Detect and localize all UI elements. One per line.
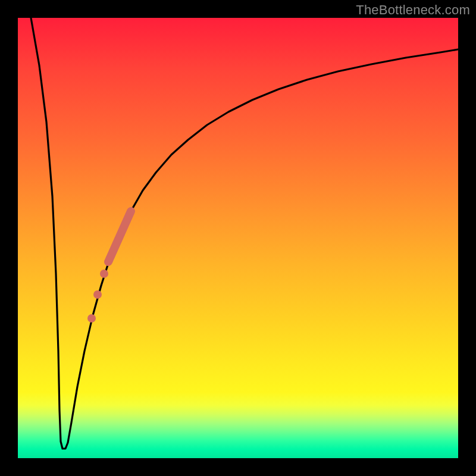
bottleneck-curve: [31, 18, 458, 449]
marker-dot: [100, 270, 108, 278]
highlight-segment: [108, 211, 131, 262]
plot-area: [18, 18, 458, 458]
marker-dot: [93, 290, 102, 299]
chart-frame: TheBottleneck.com: [0, 0, 476, 476]
marker-dot: [87, 314, 96, 322]
watermark-text: TheBottleneck.com: [356, 2, 470, 18]
curve-layer: [18, 18, 458, 458]
